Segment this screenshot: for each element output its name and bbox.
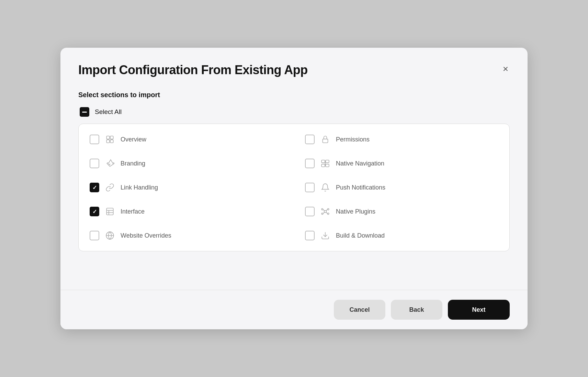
website-overrides-icon: [105, 230, 115, 241]
svg-rect-1: [110, 136, 113, 139]
checkbox-native-navigation[interactable]: [305, 159, 315, 168]
svg-rect-0: [106, 136, 110, 139]
modal-footer: Cancel Back Next: [60, 290, 528, 329]
label-website-overrides: Website Overrides: [121, 232, 171, 239]
select-all-row: Select All: [78, 107, 510, 117]
checkbox-permissions[interactable]: [305, 135, 315, 144]
section-item-overview[interactable]: Overview: [79, 127, 294, 151]
branding-icon: [105, 158, 115, 169]
label-permissions: Permissions: [336, 136, 370, 143]
cancel-button[interactable]: Cancel: [334, 300, 385, 320]
link-handling-icon: [105, 182, 115, 193]
svg-rect-3: [110, 140, 113, 143]
svg-point-18: [328, 208, 329, 210]
svg-point-19: [321, 213, 323, 214]
interface-icon: [105, 206, 115, 217]
svg-rect-6: [326, 160, 329, 163]
overview-icon: [105, 134, 115, 145]
label-push-notifications: Push Notifications: [336, 184, 385, 191]
svg-rect-2: [106, 140, 110, 143]
svg-rect-7: [321, 164, 325, 167]
section-item-native-plugins[interactable]: Native Plugins: [294, 199, 509, 224]
checkbox-native-plugins[interactable]: [305, 207, 315, 216]
label-link-handling: Link Handling: [121, 184, 158, 191]
checkbox-build-download[interactable]: [305, 231, 315, 240]
checkbox-link-handling[interactable]: [90, 183, 99, 192]
native-navigation-icon: [320, 158, 330, 169]
checkbox-website-overrides[interactable]: [90, 231, 99, 240]
section-item-push-notifications[interactable]: Push Notifications: [294, 175, 509, 199]
label-native-plugins: Native Plugins: [336, 208, 375, 215]
modal-dialog: Import Configuration From Existing App ×…: [60, 48, 528, 329]
build-download-icon: [320, 230, 330, 241]
label-native-navigation: Native Navigation: [336, 160, 384, 167]
push-notifications-icon: [320, 182, 330, 193]
permissions-icon: [320, 134, 330, 145]
section-item-interface[interactable]: Interface: [79, 199, 294, 224]
checkbox-interface[interactable]: [90, 207, 99, 216]
svg-point-17: [321, 208, 323, 210]
label-overview: Overview: [121, 136, 146, 143]
svg-rect-8: [326, 164, 329, 167]
label-branding: Branding: [121, 160, 145, 167]
sections-grid: Overview Permissions: [79, 127, 509, 248]
svg-line-22: [326, 209, 327, 211]
svg-line-24: [326, 212, 327, 214]
sections-container: Overview Permissions: [78, 124, 510, 251]
modal-title: Import Configuration From Existing App: [78, 63, 308, 77]
section-item-link-handling[interactable]: Link Handling: [79, 175, 294, 199]
checkbox-overview[interactable]: [90, 135, 99, 144]
section-item-website-overrides[interactable]: Website Overrides: [79, 224, 294, 248]
svg-rect-4: [323, 139, 328, 143]
back-button[interactable]: Back: [391, 300, 442, 320]
section-heading: Select sections to import: [78, 91, 510, 99]
section-item-permissions[interactable]: Permissions: [294, 127, 509, 151]
native-plugins-icon: [320, 206, 330, 217]
svg-point-20: [328, 213, 329, 214]
svg-line-23: [323, 212, 325, 214]
checkbox-branding[interactable]: [90, 159, 99, 168]
select-all-label: Select All: [95, 108, 122, 116]
modal-header: Import Configuration From Existing App ×: [60, 48, 528, 84]
modal-body: Select sections to import Select All: [60, 84, 528, 290]
modal-backdrop: Import Configuration From Existing App ×…: [0, 0, 588, 377]
label-interface: Interface: [121, 208, 145, 215]
close-button[interactable]: ×: [501, 63, 510, 75]
section-item-native-navigation[interactable]: Native Navigation: [294, 151, 509, 175]
checkbox-push-notifications[interactable]: [305, 183, 315, 192]
section-item-build-download[interactable]: Build & Download: [294, 224, 509, 248]
svg-line-21: [323, 209, 325, 211]
label-build-download: Build & Download: [336, 232, 385, 239]
next-button[interactable]: Next: [448, 300, 510, 320]
svg-rect-5: [321, 160, 325, 163]
select-all-checkbox[interactable]: [80, 107, 89, 117]
svg-rect-12: [106, 208, 113, 215]
section-item-branding[interactable]: Branding: [79, 151, 294, 175]
